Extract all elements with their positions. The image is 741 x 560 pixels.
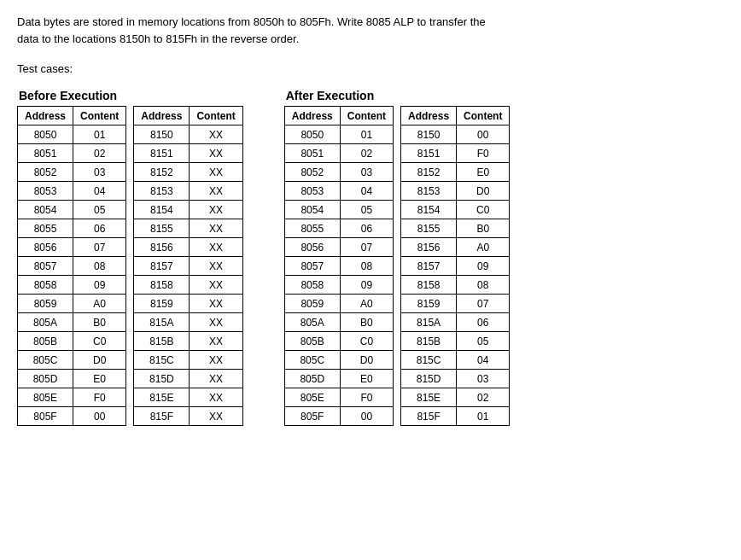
address-cell: 815F [134, 407, 190, 426]
table-row: 815B05 [401, 332, 510, 351]
table-row: 8155XX [134, 219, 242, 238]
address-cell: 815B [401, 332, 457, 351]
address-cell: 8059 [284, 295, 340, 313]
table-row: 805AB0 [18, 313, 126, 332]
table-row: 8154C0 [401, 201, 510, 219]
before-table-2: Address Content 8150XX8151XX8152XX8153XX… [133, 106, 242, 426]
table-row: 805CD0 [18, 351, 126, 370]
address-cell: 8058 [284, 276, 340, 295]
after-t2-content-header: Content [457, 107, 510, 125]
content-cell: XX [190, 163, 242, 182]
content-cell: 08 [73, 257, 126, 276]
content-cell: XX [190, 332, 242, 351]
description-line1: Data bytes are stored in memory location… [17, 15, 486, 28]
after-execution-tables: Address Content 805001805102805203805304… [284, 106, 511, 426]
table-row: 805BC0 [284, 332, 393, 351]
content-cell: XX [190, 370, 242, 388]
address-cell: 8155 [401, 219, 457, 238]
address-cell: 8158 [134, 276, 190, 295]
table-row: 815FXX [134, 407, 242, 426]
before-t1-content-header: Content [73, 107, 126, 125]
test-cases-label: Test cases: [17, 62, 724, 75]
content-cell: 04 [457, 351, 510, 370]
table-row: 805CD0 [284, 351, 393, 370]
content-cell: F0 [73, 388, 126, 407]
content-cell: 05 [73, 201, 126, 219]
address-cell: 8054 [18, 201, 73, 219]
address-cell: 815A [401, 313, 457, 332]
address-cell: 805B [284, 332, 340, 351]
address-cell: 8053 [284, 182, 340, 201]
address-cell: 805D [284, 370, 340, 388]
content-cell: 05 [457, 332, 510, 351]
address-cell: 805A [284, 313, 340, 332]
content-cell: 03 [340, 163, 393, 182]
content-cell: B0 [73, 313, 126, 332]
table-row: 8059A0 [18, 295, 126, 313]
address-cell: 8056 [18, 238, 73, 257]
table-row: 805102 [18, 144, 126, 163]
after-execution-title: After Execution [284, 89, 511, 102]
content-cell: C0 [73, 332, 126, 351]
content-cell: A0 [73, 295, 126, 313]
address-cell: 8056 [284, 238, 340, 257]
table-row: 805405 [18, 201, 126, 219]
address-cell: 815A [134, 313, 190, 332]
content-cell: XX [190, 182, 242, 201]
table-row: 805DE0 [284, 370, 393, 388]
table-row: 805F00 [18, 407, 126, 426]
content-cell: E0 [457, 163, 510, 182]
address-cell: 8054 [284, 201, 340, 219]
content-cell: XX [190, 295, 242, 313]
tables-container: Before Execution Address Content 8050018… [17, 89, 724, 426]
content-cell: F0 [340, 388, 393, 407]
table-row: 8158XX [134, 276, 242, 295]
after-t1-content-header: Content [340, 107, 393, 125]
table-row: 815F01 [401, 407, 510, 426]
address-cell: 8150 [134, 125, 190, 144]
address-cell: 8057 [18, 257, 73, 276]
table-row: 8151F0 [401, 144, 510, 163]
table-row: 8152XX [134, 163, 242, 182]
address-cell: 8051 [284, 144, 340, 163]
content-cell: 02 [457, 388, 510, 407]
content-cell: 00 [457, 125, 510, 144]
address-cell: 8052 [284, 163, 340, 182]
table-row: 805EF0 [18, 388, 126, 407]
content-cell: 08 [457, 276, 510, 295]
content-cell: 02 [73, 144, 126, 163]
address-cell: 8158 [401, 276, 457, 295]
content-cell: 02 [340, 144, 393, 163]
content-cell: D0 [457, 182, 510, 201]
table-row: 805203 [18, 163, 126, 182]
after-execution-section: After Execution Address Content 80500180… [284, 89, 511, 426]
address-cell: 8154 [401, 201, 457, 219]
table-row: 8157XX [134, 257, 242, 276]
after-t1-addr-header: Address [284, 107, 340, 125]
content-cell: 08 [340, 257, 393, 276]
table-row: 805506 [18, 219, 126, 238]
address-cell: 805E [18, 388, 73, 407]
table-row: 8151XX [134, 144, 242, 163]
address-cell: 8059 [18, 295, 73, 313]
address-cell: 805F [284, 407, 340, 426]
content-cell: E0 [73, 370, 126, 388]
table-row: 8153D0 [401, 182, 510, 201]
table-row: 815907 [401, 295, 510, 313]
before-t1-addr-header: Address [18, 107, 73, 125]
content-cell: 06 [73, 219, 126, 238]
address-cell: 805D [18, 370, 73, 388]
table-row: 805BC0 [18, 332, 126, 351]
content-cell: B0 [340, 313, 393, 332]
before-table-1: Address Content 805001805102805203805304… [17, 106, 126, 426]
table-row: 815709 [401, 257, 510, 276]
table-row: 8159XX [134, 295, 242, 313]
address-cell: 805E [284, 388, 340, 407]
content-cell: XX [190, 388, 242, 407]
table-row: 805809 [284, 276, 393, 295]
table-row: 815CXX [134, 351, 242, 370]
content-cell: XX [190, 407, 242, 426]
content-cell: 04 [73, 182, 126, 201]
address-cell: 8053 [18, 182, 73, 201]
address-cell: 8050 [18, 125, 73, 144]
